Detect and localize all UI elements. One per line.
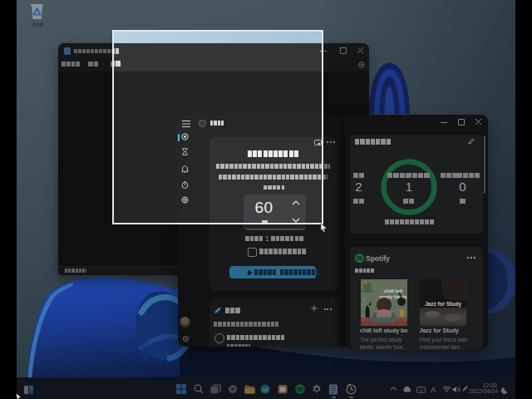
svg-text:chill lofi: chill lofi (384, 288, 403, 293)
